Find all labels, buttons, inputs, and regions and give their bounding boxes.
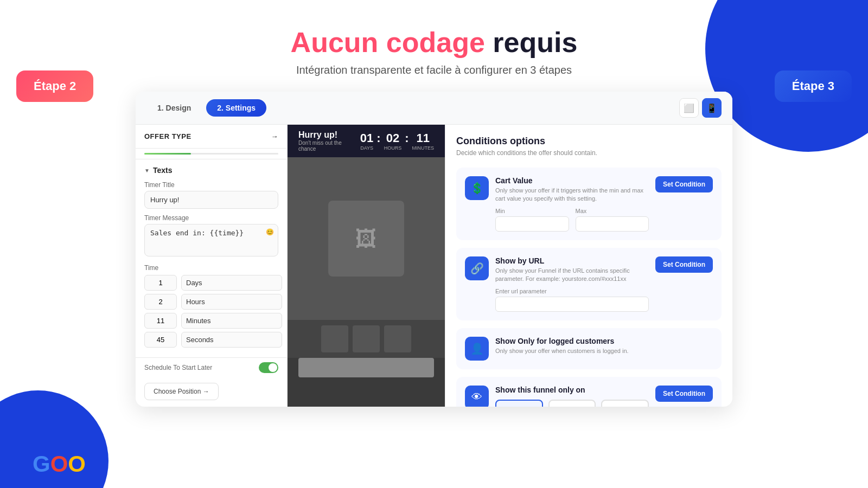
g-letter: G	[33, 451, 50, 477]
thumb-3	[384, 325, 411, 352]
timer-title-label: Timer Title	[144, 181, 278, 189]
condition-logged-customers: 👤 Show Only for logged customers Only sh…	[456, 328, 722, 369]
ui-panel: 1. Design 2. Settings ⬜ 📱 OFFER TYPE →	[136, 92, 732, 407]
days-num-input[interactable]	[144, 275, 177, 291]
timer-hours-num: 02	[384, 131, 402, 145]
device-choice-both[interactable]: 🖥 Both	[495, 400, 543, 407]
section-arrow-icon: ▼	[144, 168, 150, 174]
page-header: Aucun codage requis Intégration transpar…	[0, 0, 868, 92]
tab-settings[interactable]: 2. Settings	[206, 99, 266, 117]
device-choice-desktop[interactable]: 🖥 Desktop	[601, 400, 649, 407]
conditions-subtitle: Decide which conditions the offer should…	[456, 149, 722, 157]
max-input[interactable]	[576, 216, 649, 232]
schedule-row: Schedule To Start Later	[136, 357, 287, 377]
desktop-toggle-btn[interactable]: ⬜	[679, 98, 699, 118]
logged-customers-name: Show Only for logged customers	[495, 337, 713, 345]
minutes-num-input[interactable]	[144, 313, 177, 329]
show-by-url-desc: Only show your Funnel if the URL contain…	[495, 267, 649, 284]
product-image-placeholder: 🖼	[328, 201, 404, 277]
logged-customers-content: Show Only for logged customers Only show…	[495, 337, 713, 355]
conditions-title: Conditions options	[456, 136, 722, 147]
o-letter-2: O	[68, 451, 86, 477]
page-subtitle: Intégration transparente et facile à con…	[0, 64, 868, 76]
funnel-only-name: Show this funnel only on	[495, 386, 649, 394]
cart-value-set-condition-button[interactable]: Set Condition	[655, 176, 713, 192]
minutes-unit-input[interactable]	[181, 313, 282, 329]
timer-days-label: Days	[360, 145, 373, 151]
tab-bar: 1. Design 2. Settings ⬜ 📱	[136, 92, 732, 125]
show-by-url-set-condition-button[interactable]: Set Condition	[655, 256, 713, 273]
device-choice-mobile[interactable]: 📱 Mobile	[548, 400, 596, 407]
progress-bar	[144, 153, 278, 155]
condition-funnel-only-on: 👁 Show this funnel only on 🖥 Both 📱 Mobi…	[456, 377, 722, 407]
min-input[interactable]	[495, 216, 569, 232]
title-highlight: Aucun codage	[291, 27, 485, 58]
schedule-toggle[interactable]	[259, 362, 278, 373]
timer-text-group: Hurry up! Don't miss out the chance	[298, 130, 349, 152]
show-by-url-name: Show by URL	[495, 256, 649, 265]
seconds-num-input[interactable]	[144, 332, 177, 348]
title-normal: requis	[485, 27, 578, 58]
texts-label: Texts	[153, 166, 173, 175]
condition-cart-value: 💲 Cart Value Only show your offer if it …	[456, 168, 722, 240]
time-section-label: Time	[144, 264, 278, 272]
timer-colon-1: :	[376, 131, 380, 145]
cart-value-desc: Only show your offer if it triggers with…	[495, 187, 649, 203]
timer-subtitle-display: Don't miss out the chance	[298, 140, 349, 152]
device-toggles: ⬜ 📱	[679, 98, 722, 118]
timer-message-label: Timer Message	[144, 214, 278, 222]
hours-num-input[interactable]	[144, 294, 177, 310]
timer-message-textarea[interactable]: Sales end in: {{time}}	[144, 224, 278, 256]
mobile-toggle-btn[interactable]: 📱	[702, 98, 722, 118]
offer-type-header: OFFER TYPE →	[136, 125, 287, 149]
show-by-url-icon: 🔗	[465, 256, 489, 280]
logged-customers-icon: 👤	[465, 337, 489, 361]
cart-value-name: Cart Value	[495, 176, 649, 185]
schedule-label: Schedule To Start Later	[144, 364, 212, 371]
funnel-only-icon: 👁	[465, 386, 489, 407]
offer-type-label: OFFER TYPE	[144, 132, 192, 140]
funnel-only-content: Show this funnel only on 🖥 Both 📱 Mobile	[495, 386, 649, 407]
days-unit-input[interactable]	[181, 275, 282, 291]
hours-unit-input[interactable]	[181, 294, 282, 310]
etape-2-badge[interactable]: Étape 2	[16, 70, 93, 102]
timer-minutes-unit: 11 Minutes	[412, 131, 435, 151]
right-panel: Conditions options Decide which conditio…	[445, 125, 732, 407]
url-param-input[interactable]	[495, 297, 649, 312]
timer-title-display: Hurry up!	[298, 130, 349, 140]
main-content: 1. Design 2. Settings ⬜ 📱 OFFER TYPE →	[0, 92, 868, 407]
cart-value-icon: 💲	[465, 176, 489, 200]
funnel-only-set-condition-button[interactable]: Set Condition	[655, 386, 713, 402]
cart-value-content: Cart Value Only show your offer if it tr…	[495, 176, 649, 232]
thumb-1	[321, 325, 348, 352]
product-area: 🖼	[288, 157, 445, 320]
time-row-seconds	[144, 332, 278, 348]
timer-bar: Hurry up! Don't miss out the chance 01 D…	[288, 125, 445, 157]
texts-section-title: ▼ Texts	[144, 166, 278, 175]
textarea-wrapper: Sales end in: {{time}} 😊	[144, 224, 278, 259]
time-row-hours	[144, 294, 278, 310]
min-label: Min	[495, 208, 569, 214]
both-icon: 🖥	[501, 406, 509, 407]
etape-3-badge[interactable]: Étape 3	[775, 70, 852, 102]
timer-minutes-num: 11	[412, 131, 435, 145]
offer-type-arrow: →	[271, 132, 279, 140]
google-logo: GOO	[33, 451, 86, 477]
thumbnails-row	[288, 320, 445, 358]
tab-design[interactable]: 1. Design	[146, 99, 202, 117]
timer-days-unit: 01 Days	[360, 131, 373, 151]
progress-bar-container	[136, 153, 287, 159]
desktop-icon: 🖥	[607, 406, 615, 407]
time-row-days	[144, 275, 278, 291]
time-row-minutes	[144, 313, 278, 329]
mobile-icon: 📱	[554, 406, 565, 407]
progress-bar-fill	[144, 153, 191, 155]
condition-show-by-url: 🔗 Show by URL Only show your Funnel if t…	[456, 248, 722, 320]
min-max-row: Min Max	[495, 208, 649, 232]
texts-section: ▼ Texts Timer Title Timer Message Sales …	[136, 159, 287, 357]
device-choice-row: 🖥 Both 📱 Mobile 🖥 Desktop	[495, 400, 649, 407]
timer-title-input[interactable]	[144, 191, 278, 209]
choose-position-button[interactable]: Choose Position →	[144, 383, 219, 400]
min-col: Min	[495, 208, 569, 232]
seconds-unit-input[interactable]	[181, 332, 282, 348]
